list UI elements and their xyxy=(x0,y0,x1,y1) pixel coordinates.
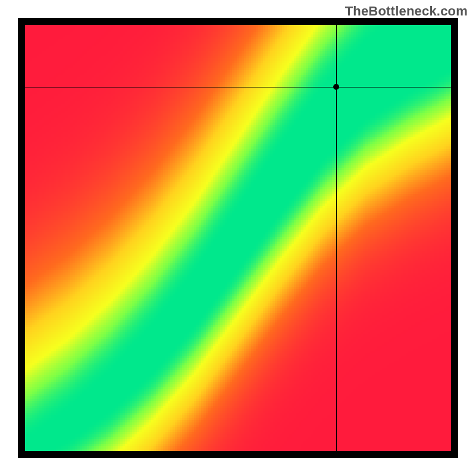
crosshair-horizontal xyxy=(25,87,451,87)
watermark-text: TheBottleneck.com xyxy=(345,4,468,19)
bottleneck-heatmap xyxy=(25,25,451,451)
marker-point xyxy=(333,84,339,90)
chart-container: TheBottleneck.com xyxy=(0,0,476,476)
